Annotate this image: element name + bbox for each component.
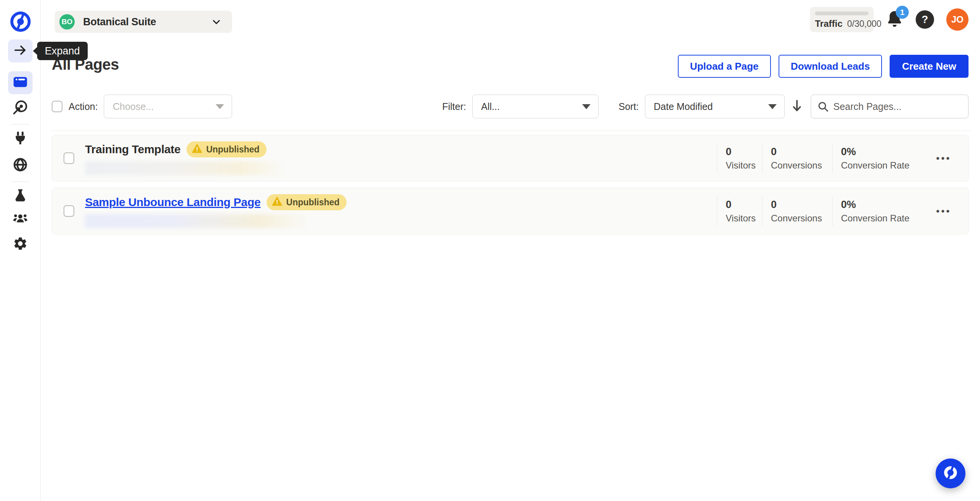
upload-page-button[interactable]: Upload a Page [678, 55, 771, 78]
traffic-progress-bar [815, 11, 869, 15]
gear-icon [13, 236, 28, 253]
conversion-rate-value: 0% [841, 199, 916, 211]
workspace-avatar: BO [59, 14, 75, 29]
status-badge: Unpublished [267, 194, 346, 210]
conversions-count: 0 [771, 199, 822, 211]
topbar-right-cluster: Traffic 0/30,000 1 ? JO [810, 7, 969, 32]
visitors-count: 0 [726, 199, 752, 211]
sidebar-divider [11, 182, 29, 182]
search-pages [811, 95, 969, 118]
row-checkbox[interactable] [64, 152, 74, 164]
question-mark-icon: ? [921, 13, 928, 26]
sort-direction-button[interactable] [789, 99, 805, 114]
visitors-count: 0 [726, 146, 752, 158]
list-toolbar: Action: Choose... Filter: All... Sort: D… [52, 94, 969, 119]
caret-down-icon [582, 104, 591, 109]
sort-select-value: Date Modified [654, 101, 713, 112]
sort-select[interactable]: Date Modified [645, 95, 785, 118]
filter-select-value: All... [481, 101, 500, 112]
sidebar-item-engagement[interactable] [13, 100, 28, 116]
filter-label: Filter: [442, 101, 466, 112]
warning-icon [192, 144, 202, 155]
workspace-name: Botanical Suite [83, 16, 156, 28]
notification-count-badge: 1 [896, 6, 909, 19]
action-select[interactable]: Choose... [104, 95, 232, 118]
sidebar-divider [11, 124, 29, 124]
user-avatar[interactable]: JO [946, 8, 969, 31]
table-row: Sample Unbounce Landing Page Unpublished [52, 188, 969, 234]
select-all-checkbox[interactable] [52, 101, 62, 112]
sidebar-item-experiments[interactable] [13, 188, 28, 204]
expand-tooltip-label: Expand [45, 45, 80, 57]
sidebar [0, 0, 41, 501]
create-new-button[interactable]: Create New [890, 55, 969, 78]
sort-label: Sort: [618, 101, 639, 112]
redacted-page-url [85, 161, 286, 175]
visitors-label: Visitors [726, 213, 752, 224]
notifications-button[interactable]: 1 [886, 10, 903, 29]
sidebar-item-audience[interactable] [13, 211, 28, 227]
flask-icon [13, 188, 28, 204]
chevron-down-icon [211, 16, 222, 28]
warning-icon [272, 197, 282, 208]
sidebar-expand-button[interactable] [8, 39, 33, 62]
page-stats: 0 Visitors 0 Conversions 0% Conversion R… [717, 144, 926, 173]
page-name-link[interactable]: Sample Unbounce Landing Page [85, 196, 260, 209]
action-select-value: Choose... [113, 101, 154, 112]
help-button[interactable]: ? [916, 10, 934, 29]
filter-select[interactable]: All... [472, 95, 599, 118]
status-badge: Unpublished [187, 141, 266, 157]
traffic-value: 0/30,000 [847, 19, 882, 29]
row-more-menu-icon[interactable]: ••• [926, 152, 961, 164]
app-window: Expand BO Botanical Suite Traffic 0/30,0… [0, 0, 980, 501]
header-actions: Upload a Page Download Leads Create New [678, 55, 969, 78]
page-stats: 0 Visitors 0 Conversions 0% Conversion R… [717, 196, 926, 226]
redacted-page-url [85, 214, 309, 228]
workspace-switcher[interactable]: BO Botanical Suite [55, 11, 232, 33]
target-arrow-icon [13, 100, 28, 116]
conversions-count: 0 [771, 146, 822, 158]
action-label: Action: [69, 101, 98, 112]
arrow-right-icon [13, 43, 28, 59]
sidebar-item-domains[interactable] [13, 158, 28, 173]
bell-icon [886, 24, 903, 31]
chat-launcher-button[interactable] [936, 458, 965, 488]
traffic-usage-widget[interactable]: Traffic 0/30,000 [810, 7, 874, 32]
caret-down-icon [216, 104, 224, 109]
sidebar-item-settings[interactable] [13, 237, 28, 252]
arrow-down-icon [791, 99, 803, 114]
conversions-label: Conversions [771, 213, 822, 224]
row-checkbox[interactable] [64, 205, 74, 217]
table-row: Training Template Unpublished 0 [52, 135, 969, 182]
row-more-menu-icon[interactable]: ••• [926, 205, 961, 217]
search-input[interactable] [811, 95, 969, 118]
visitors-label: Visitors [726, 160, 752, 171]
search-icon [817, 101, 829, 114]
status-badge-label: Unpublished [286, 197, 339, 208]
expand-tooltip: Expand [37, 42, 88, 60]
toolbar-divider [52, 131, 971, 131]
traffic-label: Traffic [815, 18, 843, 29]
unbounce-logo-icon[interactable] [10, 11, 31, 32]
unbounce-logo-icon [942, 464, 959, 483]
download-leads-button[interactable]: Download Leads [779, 55, 882, 78]
conversions-label: Conversions [771, 160, 822, 171]
plug-icon [13, 131, 28, 147]
conversion-rate-label: Conversion Rate [841, 160, 916, 171]
globe-icon [13, 157, 28, 174]
sidebar-item-pages[interactable] [8, 71, 33, 94]
conversion-rate-value: 0% [841, 146, 916, 158]
caret-down-icon [768, 104, 777, 109]
pages-icon [12, 74, 28, 92]
page-name: Training Template [85, 143, 180, 156]
status-badge-label: Unpublished [206, 144, 259, 155]
conversion-rate-label: Conversion Rate [841, 213, 916, 224]
users-icon [12, 210, 28, 228]
sidebar-item-integrations[interactable] [13, 131, 28, 146]
